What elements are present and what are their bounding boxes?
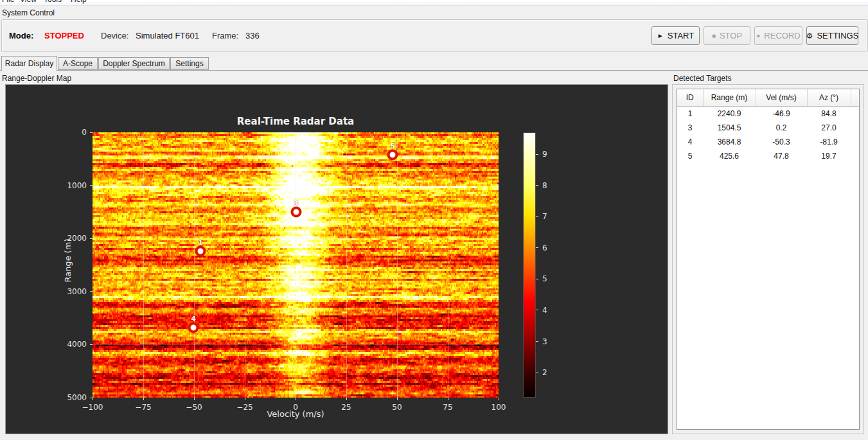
table-row[interactable]: 3 1504.5 0.2 27.0 (677, 121, 859, 135)
tab-radar-display[interactable]: Radar Display (1, 56, 57, 71)
tab-doppler-spectrum[interactable]: Doppler Spectrum (98, 57, 170, 70)
x-tick-label: 25 (341, 403, 351, 412)
colorbar-tick-label: 9 (542, 150, 547, 159)
system-control-group-label: System Control (2, 8, 55, 17)
x-tick-label: 0 (293, 403, 298, 412)
x-tick-mark (194, 398, 195, 400)
col-header-az[interactable]: Az (°) (807, 89, 851, 107)
menu-tools[interactable]: Tools (44, 0, 62, 5)
menu-help[interactable]: Help (71, 0, 87, 5)
cell-az[interactable]: 19.7 (807, 149, 851, 163)
x-tick-mark (245, 398, 245, 400)
table-row[interactable]: 5 425.6 47.8 19.7 (677, 149, 859, 163)
range-doppler-heatmap (93, 132, 499, 398)
col-header-range[interactable]: Range (m) (703, 89, 756, 107)
y-tick-label: 0 (82, 128, 87, 137)
cell-range[interactable]: 425.6 (703, 149, 756, 163)
cell-id[interactable]: 1 (677, 107, 703, 121)
colorbar-tick-mark (536, 373, 538, 373)
menu-bar: File View Tools Help (0, 0, 868, 6)
colorbar-tick-label: 6 (542, 243, 547, 252)
cell-vel[interactable]: 47.8 (756, 149, 807, 163)
play-icon: ► (657, 32, 664, 39)
detected-targets-panel: ID Range (m) Vel (m/s) Az (°) 1 2240.9 -… (672, 84, 864, 434)
y-tick-mark (90, 132, 93, 133)
cell-vel[interactable]: -46.9 (756, 107, 807, 121)
cell-id[interactable]: 5 (677, 149, 703, 163)
tab-bar: Radar Display A-Scope Doppler Spectrum S… (0, 56, 868, 71)
cell-vel[interactable]: -50.3 (756, 135, 807, 149)
gear-icon: ⚙ (806, 31, 813, 40)
cell-id[interactable]: 3 (677, 121, 703, 135)
y-tick-label: 5000 (67, 393, 87, 402)
colorbar-tick-mark (536, 154, 538, 155)
menu-file[interactable]: File (2, 0, 14, 5)
device-value: Simulated FT601 (136, 31, 199, 40)
colorbar-tick-mark (536, 279, 538, 279)
range-doppler-map-label: Range-Doppler Map (2, 74, 71, 83)
colorbar-tick-label: 7 (542, 212, 547, 221)
cell-az[interactable]: 27.0 (807, 121, 851, 135)
plot-title: Real-Time Radar Data (93, 116, 499, 127)
colorbar-tick-label: 5 (542, 274, 547, 283)
col-header-vel[interactable]: Vel (m/s) (756, 89, 807, 107)
settings-button-label: SETTINGS (817, 31, 858, 40)
target-marker (387, 150, 398, 161)
device-label: Device: (101, 31, 128, 40)
colorbar-tick-mark (536, 310, 538, 310)
stop-button-label: STOP (720, 31, 742, 40)
cell-range[interactable]: 3684.8 (703, 135, 756, 149)
cell-az[interactable]: 84.8 (807, 107, 851, 121)
targets-table: ID Range (m) Vel (m/s) Az (°) 1 2240.9 -… (677, 89, 860, 163)
col-header-spacer (851, 89, 859, 107)
cell-az[interactable]: -81.9 (807, 135, 851, 149)
colorbar-tick-mark (536, 216, 538, 217)
tab-a-scope[interactable]: A-Scope (58, 57, 98, 70)
frame-value: 336 (245, 31, 260, 40)
start-button-label: START (668, 31, 694, 40)
x-tick-mark (397, 398, 398, 400)
y-tick-label: 4000 (67, 340, 87, 349)
mode-label: Mode: (9, 31, 33, 40)
detected-targets-label: Detected Targets (673, 74, 732, 83)
colorbar-tick-mark (536, 247, 538, 248)
target-marker-label: 1 (198, 238, 203, 247)
cell-range[interactable]: 1504.5 (703, 121, 756, 135)
cell-range[interactable]: 2240.9 (703, 107, 756, 121)
col-header-id[interactable]: ID (677, 89, 703, 107)
x-tick-label: 50 (392, 403, 402, 412)
y-tick-label: 3000 (67, 287, 87, 296)
x-tick-mark (143, 398, 144, 400)
cell-vel[interactable]: 0.2 (756, 121, 807, 135)
radar-app-window: File View Tools Help System Control Mode… (0, 0, 868, 440)
x-tick-mark (448, 398, 448, 400)
y-tick-mark (90, 238, 93, 239)
x-tick-mark (93, 398, 93, 400)
table-row[interactable]: 1 2240.9 -46.9 84.8 (677, 107, 859, 121)
colorbar-tick-label: 4 (542, 306, 547, 315)
cell-id[interactable]: 4 (677, 135, 703, 149)
colorbar-tick-mark (536, 341, 538, 342)
mode-value: STOPPED (44, 31, 84, 40)
record-icon: ● (756, 32, 760, 39)
settings-button[interactable]: ⚙ SETTINGS (806, 26, 858, 45)
tab-settings[interactable]: Settings (170, 57, 209, 70)
target-marker-label: 3 (294, 199, 299, 207)
x-tick-mark (296, 398, 296, 400)
x-tick-label: −25 (236, 403, 252, 412)
target-marker (290, 207, 301, 218)
x-tick-label: −100 (82, 403, 103, 412)
menu-view[interactable]: View (20, 0, 37, 5)
y-tick-mark (90, 185, 93, 186)
record-button: ● RECORD (754, 26, 802, 45)
colorbar-tick-label: 3 (542, 337, 547, 346)
target-marker-label: 5 (390, 142, 395, 150)
x-tick-label: 100 (492, 403, 506, 412)
table-row[interactable]: 4 3684.8 -50.3 -81.9 (677, 135, 859, 149)
target-marker (195, 246, 206, 257)
frame-label: Frame: (212, 31, 238, 40)
y-tick-mark (90, 344, 93, 345)
start-button[interactable]: ► START (651, 26, 700, 45)
y-tick-label: 2000 (67, 234, 87, 243)
x-tick-mark (346, 398, 347, 400)
